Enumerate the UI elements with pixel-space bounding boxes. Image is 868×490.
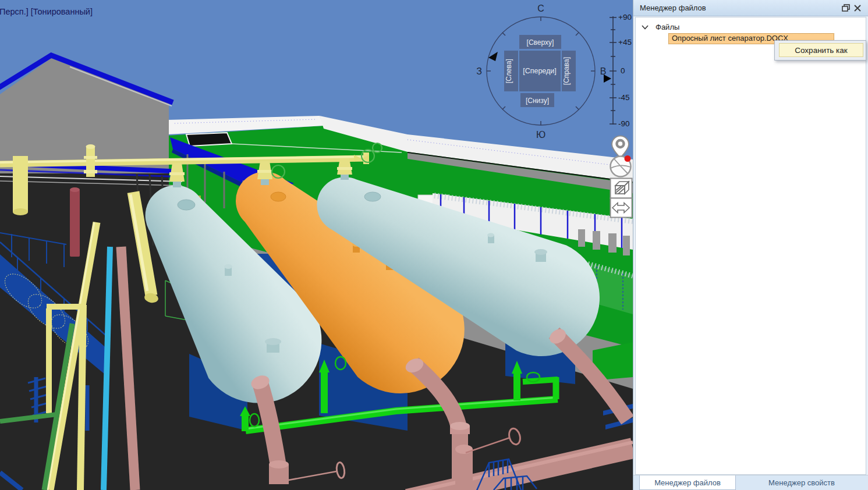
close-icon[interactable] bbox=[852, 2, 863, 14]
pit bbox=[186, 133, 232, 146]
chevron-down-icon bbox=[642, 24, 649, 30]
view-top-button[interactable]: [Сверху] bbox=[519, 35, 561, 49]
compass-east: В bbox=[600, 66, 607, 76]
view-front-button[interactable]: [Спереди] bbox=[519, 51, 561, 91]
tab-file-manager[interactable]: Менеджер файлов bbox=[639, 475, 736, 490]
svg-text:0: 0 bbox=[621, 66, 625, 75]
panel-tab-bar: Менеджер файлов Менеджер свойств bbox=[633, 475, 868, 490]
file-manager-panel: Менеджер файлов Файлы Опросный лист bbox=[633, 0, 868, 490]
svg-text:-45: -45 bbox=[618, 93, 630, 102]
maroon-pipe bbox=[70, 190, 80, 257]
file-tree: Файлы Опросный лист сепаратор.DOCX bbox=[635, 17, 866, 475]
view-right-button[interactable]: [Справа] bbox=[562, 51, 576, 91]
panel-title: Менеджер файлов bbox=[640, 3, 840, 12]
tab-property-manager[interactable]: Менеджер свойств bbox=[736, 475, 867, 490]
record-dot bbox=[625, 155, 631, 162]
svg-text:+45: +45 bbox=[618, 38, 632, 47]
float-window-icon[interactable] bbox=[840, 2, 852, 14]
tree-root-label: Файлы bbox=[656, 23, 679, 31]
svg-text:[Слева]: [Слева] bbox=[505, 59, 513, 83]
tank2-manhole bbox=[271, 192, 286, 201]
3d-viewport[interactable]: [Персп.] [Тонированный] С Ю З В [Сверху]… bbox=[0, 0, 633, 490]
tree-root-files[interactable]: Файлы bbox=[642, 23, 679, 31]
tank1-manhole bbox=[178, 200, 195, 210]
context-menu: Сохранить как bbox=[774, 40, 866, 61]
compass-west: З bbox=[476, 66, 482, 76]
tank3-manhole bbox=[364, 192, 381, 201]
svg-text:[Сверху]: [Сверху] bbox=[527, 38, 554, 47]
app-window: [Персп.] [Тонированный] С Ю З В [Сверху]… bbox=[0, 0, 868, 490]
context-menu-save-as[interactable]: Сохранить как bbox=[779, 43, 863, 57]
compass-south: Ю bbox=[536, 130, 545, 140]
svg-text:[Справа]: [Справа] bbox=[562, 57, 571, 85]
svg-text:-90: -90 bbox=[618, 119, 630, 128]
pan-horizontal-icon[interactable] bbox=[611, 198, 632, 218]
view-mode-label: [Персп.] [Тонированный] bbox=[0, 7, 93, 16]
svg-text:[Спереди]: [Спереди] bbox=[523, 67, 557, 75]
svg-text:+90: +90 bbox=[618, 13, 632, 22]
orbit-globe-icon[interactable] bbox=[611, 155, 631, 177]
view-bottom-button[interactable]: [Снизу] bbox=[520, 93, 554, 107]
panel-header: Менеджер файлов bbox=[633, 0, 868, 16]
isometric-view-icon[interactable] bbox=[611, 179, 632, 198]
compass-north: С bbox=[537, 3, 544, 13]
svg-text:[Снизу]: [Снизу] bbox=[526, 97, 549, 105]
view-left-button[interactable]: [Слева] bbox=[504, 51, 518, 91]
